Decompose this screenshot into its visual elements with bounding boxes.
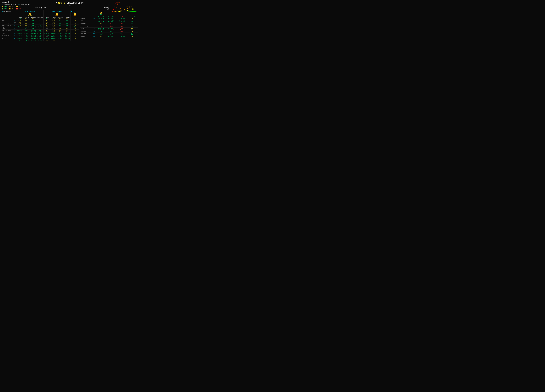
ds-avg-2-row11: O(log(n)) [30,36,37,38]
ds-avg-2-row9: O(log(n)) [30,33,37,34]
ds-avg-1-row7: O(log(n)) [23,30,30,31]
ds-row-binary-search-tree: Binary Search Tree ⊛ O(log(n))O(log(n))O… [2,30,79,31]
ds-avg-0-row9: O(log(n)) [16,33,23,34]
sort-icon-9: ⊟⊟ [92,31,96,32]
ds-avg-3-row3: O(1) [37,23,43,25]
legend-time-vs-space: ⏱ TIME Complexity VS. 🗃 SPACE Complexity [2,4,31,6]
ds-name-13: KD Tree [2,39,13,41]
ds-worst-1-row1: O(n) [50,20,57,21]
sort-space-11: O(k) [127,34,138,36]
ds-worst-time-icon: ⏱ [52,11,53,12]
sort-worst-2: O(n log(n)) [117,19,127,21]
sort-avg-3: O(n log(n)) [106,21,117,23]
ds-space-row13: O(n) [71,39,80,41]
delete-icon-worst: 🗑 [65,17,65,18]
sort-space-3: O(1) [127,21,138,23]
ds-space-row4: O(n) [71,25,80,26]
ds-avg-1-row0: O(n) [23,18,30,20]
good-time-label: Good [4,6,7,7]
ds-icon-12: ⊛⊡ [13,38,16,39]
ds-avg-3-row1: O(1) [37,20,43,21]
ds-worst-3-row11: O(log(n)) [64,36,70,38]
ds-name-12: AVL Tree [2,38,13,39]
sort-row-heapsort: Heapsort ⊼ O(n log(n)) O(n log(n)) O(n l… [80,21,138,23]
ds-avg-0-row10: O(log(n)) [16,34,23,36]
ds-time-icon: ⏱ [25,11,26,12]
worst-face-icon: 😟 [56,13,58,15]
ds-icon-2: ⬛⬛ [13,21,16,23]
ds-avg-2-row5: O(log(n)) [30,26,37,28]
sort-worst-10: O(nk) [117,32,127,34]
avg-access-header: 👁 Access [16,17,23,18]
sort-row-mergesort: Mergesort ⊞⊞ O(n log(n)) O(n log(n)) O(n… [80,18,138,19]
sort-row-cubesort: Cubesort ⬡⊞ O(n) O(n log(n)) O(n log(n))… [80,36,138,37]
sort-best-6: O(n^2) [96,26,106,28]
ds-avg-1-row8: O(log(n)) [23,31,30,33]
sort-worst-6: O(n^2) [117,26,127,28]
ds-space-row6: O(n) [71,28,80,30]
ds-avg-2-row2: O(1) [30,21,37,23]
ds-header-row-2: 😐 Average 😟 Worst 😟 Worst [2,13,79,17]
ds-table: 🗄 DATA Structure ⏱ TIME Complexity ⏱ [2,10,79,41]
ds-avg-2-row10: O(log(n)) [30,34,37,36]
sort-row-insertion-sort: Insertion Sort ⊕ O(n) O(n^2) O(n^2) O(1) [80,24,138,26]
space-worst-face: 😟 [74,13,76,15]
ds-name-9: B-Tree [2,33,13,34]
sort-best-2: O(n) [96,19,106,21]
ds-icon-8: ↗ [13,31,16,33]
sort-avg-7: O(n log(n)) [106,28,117,29]
ds-name-10: Red-Black Tree [2,34,13,36]
ds-worst-1-row12: O(log(n)) [50,38,57,39]
ds-icon-3: ⊡⊡ [13,23,16,25]
ds-icon-4: ⊡⊡ [13,25,16,26]
worst-access-header: 👁 Access [43,17,50,18]
sort-best-1: O(n log(n)) [96,18,106,19]
ds-name-8: Cartesian Tree [2,31,13,33]
sort-space-6: O(1) [127,26,138,28]
ds-worst-3-row6: O(n) [64,28,70,30]
ds-avg-1-row12: O(log(n)) [23,38,30,39]
access-eye-icon: 👁 [18,17,19,18]
ds-column: 🗄 DATA Structure ⏱ TIME Complexity ⏱ [2,10,79,41]
ds-worst-0-row2: O(n) [43,21,50,23]
ds-avg-2-row8: O(log(n)) [30,31,37,33]
sort-avg-12: O(n log(n)) [106,36,117,37]
sort-icon-7: ⋈ [92,28,96,29]
sort-space-9: O(n) [127,31,138,32]
ds-worst-2-row9: O(log(n)) [57,33,64,34]
space-worst-label: Worst [74,15,76,16]
best-label: Best [100,14,102,15]
svg-text:O(n): O(n) [132,8,135,9]
ds-avg-0-row0: O(1) [16,18,23,20]
sort-row-quicksort: Quicksort ▐▌ O(n log(n)) O(n log(n)) O(n… [80,16,138,18]
ds-icon-9: ⊞⊠ [13,33,16,34]
ds-worst-2-row3: O(1) [57,23,64,25]
sort-name-0: Quicksort [80,16,92,18]
insert-icon-worst: ✎ [58,17,58,18]
sort-name-12: Cubesort [80,36,92,37]
delete-icon-avg: 🗑 [37,17,38,18]
ds-space-row1: O(n) [71,20,80,21]
ds-worst-2-row0: O(n) [57,18,64,20]
ds-space-row8: O(n) [71,31,80,33]
ds-space-header: 🗃 SPACE Complexity [71,10,80,13]
ds-name-4: Doubly-Linked List [2,25,13,26]
sort-row-bubble-sort: Bubble Sort ≋ O(n) O(n^2) O(n^2) O(1) [80,23,138,24]
ds-row-splay-tree: Splay Tree ⊿ N/AO(log(n))O(log(n))O(log(… [2,36,79,38]
ds-worst-0-row0: O(1) [43,18,50,20]
ds-name-7: Binary Search Tree [2,30,13,31]
sort-row-timsort: Timsort ═ O(n) O(n log(n)) O(n log(n)) O… [80,19,138,21]
bad-space-icon: 🟥 [16,8,18,10]
ds-avg-0-row3: O(n) [16,23,23,25]
ds-worst-2-row12: O(log(n)) [57,38,64,39]
sort-avg-0: O(n log(n)) [106,16,117,18]
ds-avg-2-row4: O(1) [30,25,37,26]
sort-icon-0: ▐▌ [92,16,96,18]
ds-avg-0-row2: O(n) [16,21,23,23]
sort-row-counting-sort: Counting Sort ⊞⊙ O(n+k) O(n+k) O(n+k) O(… [80,34,138,36]
avg-face-icon: 😐 [29,13,31,15]
sort-avg-4: O(n^2) [106,23,117,24]
ds-worst-2-row8: O(n) [57,31,64,33]
svg-text:O(n log n): O(n log n) [126,6,132,7]
ds-space-row10: O(n) [71,34,80,36]
